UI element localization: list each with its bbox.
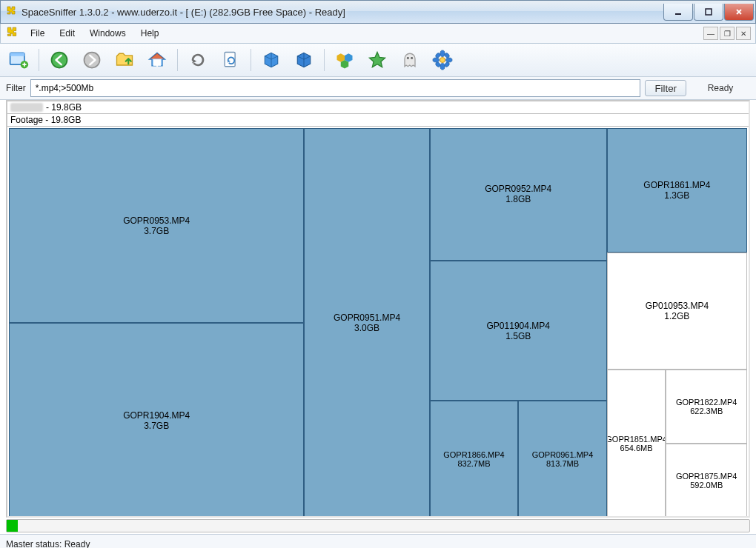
block-name: GOPR0951.MP4 — [334, 313, 400, 323]
maximize-button[interactable] — [694, 4, 723, 21]
treemap: GOPR0953.MP4 3.7GB GOPR1904.MP4 3.7GB GO… — [9, 128, 747, 518]
block-size: 1.5GB — [505, 331, 531, 341]
minimize-button[interactable] — [663, 4, 693, 21]
block-size: 3.0GB — [354, 323, 379, 333]
treemap-panel: - 19.8GB Footage - 19.8GB GOPR0953.MP4 3… — [6, 100, 750, 518]
svg-point-13 — [445, 58, 452, 62]
block-size: 3.7GB — [144, 226, 169, 236]
block-size: 3.7GB — [144, 421, 169, 431]
svg-point-18 — [440, 58, 445, 63]
block-gopr1822[interactable]: GOPR1822.MP4 622.3MB — [666, 370, 747, 444]
block-name: GOPR1861.MP4 — [643, 180, 710, 190]
block-size: 654.6MB — [620, 444, 653, 452]
block-gopr1861[interactable]: GOPR1861.MP4 1.3GB — [607, 128, 747, 253]
forward-arrow-icon[interactable] — [79, 47, 105, 73]
block-gp011904[interactable]: GP011904.MP4 1.5GB — [430, 261, 607, 401]
block-name: GOPR1904.MP4 — [123, 410, 190, 421]
toolbar — [0, 44, 756, 77]
block-gopr1875[interactable]: GOPR1875.MP4 592.0MB — [666, 444, 747, 518]
block-gopr1904[interactable]: GOPR1904.MP4 3.7GB — [9, 323, 304, 518]
svg-point-10 — [440, 50, 445, 57]
mdi-buttons: — ❐ ✕ — [703, 27, 751, 40]
ghost-icon[interactable] — [397, 47, 422, 73]
progress-strip — [0, 518, 756, 534]
svg-point-11 — [440, 63, 445, 70]
titlebar: SpaceSniffer 1.3.0.2 - www.uderzo.it - [… — [0, 0, 756, 24]
new-window-icon[interactable] — [6, 47, 31, 73]
svg-point-5 — [52, 53, 67, 68]
block-gopr1851[interactable]: GOPR1851.MP4 654.6MB — [607, 370, 666, 518]
block-name: GOPR1875.MP4 — [676, 472, 737, 481]
blue-box-icon[interactable] — [259, 47, 284, 73]
svg-rect-1 — [706, 9, 712, 15]
folder-label: Footage - 19.8GB — [10, 115, 81, 125]
block-name: GOPR0953.MP4 — [123, 215, 190, 226]
block-name: GP011904.MP4 — [487, 321, 550, 331]
block-gopr0952[interactable]: GOPR0952.MP4 1.8GB — [430, 128, 607, 261]
star-icon[interactable] — [365, 47, 390, 73]
block-name: GP010953.MP4 — [646, 301, 709, 311]
svg-rect-3 — [10, 53, 24, 56]
puzzle-icon — [5, 27, 19, 40]
back-arrow-icon[interactable] — [47, 47, 72, 73]
block-name: GOPR1822.MP4 — [676, 398, 737, 407]
status-text: Master status: Ready — [6, 539, 90, 548]
filter-status: Ready — [691, 83, 750, 93]
menu-edit[interactable]: Edit — [52, 26, 82, 41]
close-button[interactable] — [724, 4, 754, 21]
block-size: 813.7MB — [546, 459, 579, 468]
block-gp010953[interactable]: GP010953.MP4 1.2GB — [607, 253, 747, 370]
home-icon[interactable] — [145, 47, 170, 73]
block-size: 1.2GB — [664, 311, 689, 321]
block-name: GOPR0961.MP4 — [532, 450, 594, 459]
folder-row[interactable]: Footage - 19.8GB — [7, 114, 749, 127]
menu-windows[interactable]: Windows — [82, 26, 133, 41]
filter-label: Filter — [6, 83, 26, 93]
block-gopr1866[interactable]: GOPR1866.MP4 832.7MB — [430, 401, 519, 518]
mdi-minimize-button[interactable]: — — [703, 27, 718, 40]
menubar: File Edit Windows Help — ❐ ✕ — [0, 24, 756, 44]
window-buttons — [663, 4, 754, 20]
svg-point-8 — [407, 57, 409, 59]
refresh-icon[interactable] — [185, 47, 210, 73]
progress-fill — [7, 520, 18, 532]
refresh-file-icon[interactable] — [218, 47, 243, 73]
menu-file[interactable]: File — [23, 26, 52, 41]
block-name: GOPR0952.MP4 — [485, 184, 551, 194]
folder-up-icon[interactable] — [112, 47, 137, 73]
block-size: 1.3GB — [664, 190, 689, 201]
svg-point-12 — [433, 58, 440, 62]
mdi-restore-button[interactable]: ❐ — [720, 27, 735, 40]
puzzle-icon — [5, 6, 17, 18]
drive-name-obscured — [10, 103, 43, 112]
drive-size: - 19.8GB — [46, 102, 82, 113]
block-name: GOPR1866.MP4 — [443, 450, 505, 459]
block-size: 832.7MB — [457, 459, 490, 468]
block-name: GOPR1851.MP4 — [607, 435, 666, 444]
filter-button[interactable]: Filter — [645, 80, 686, 96]
window-title: SpaceSniffer 1.3.0.2 - www.uderzo.it - [… — [21, 7, 663, 18]
block-size: 592.0MB — [690, 481, 723, 489]
block-size: 622.3MB — [690, 407, 723, 415]
progress-bar — [6, 519, 750, 532]
statusbar: Master status: Ready — [0, 534, 756, 548]
color-blocks-icon[interactable] — [332, 47, 357, 73]
menu-help[interactable]: Help — [133, 26, 167, 41]
svg-rect-0 — [675, 13, 681, 15]
blue-box-alt-icon[interactable] — [291, 47, 316, 73]
svg-point-9 — [411, 57, 413, 59]
drive-row[interactable]: - 19.8GB — [7, 101, 749, 114]
flower-icon[interactable] — [430, 47, 455, 73]
mdi-close-button[interactable]: ✕ — [736, 27, 751, 40]
block-gopr0961[interactable]: GOPR0961.MP4 813.7MB — [518, 401, 607, 518]
svg-point-6 — [84, 53, 100, 68]
filter-bar: Filter Filter Ready — [0, 77, 756, 100]
block-gopr0953[interactable]: GOPR0953.MP4 3.7GB — [9, 128, 304, 323]
filter-input[interactable] — [30, 79, 641, 97]
block-gopr0951[interactable]: GOPR0951.MP4 3.0GB — [304, 128, 429, 518]
block-size: 1.8GB — [505, 194, 531, 204]
